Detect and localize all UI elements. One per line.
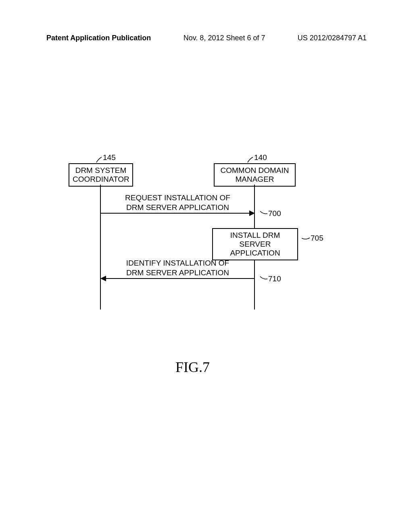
page-header: Patent Application Publication Nov. 8, 2… xyxy=(46,34,367,42)
arrow-left-icon xyxy=(100,276,106,281)
arrow-right-icon xyxy=(249,210,255,216)
message-request-installation: REQUEST INSTALLATION OF DRM SERVER APPLI… xyxy=(101,193,254,214)
reference-number-140: 140 xyxy=(254,153,267,162)
leader-curve-icon xyxy=(259,276,268,281)
message-identify-installation: IDENTIFY INSTALLATION OF DRM SERVER APPL… xyxy=(101,259,254,279)
entity-common-domain-manager: COMMON DOMAIN MANAGER xyxy=(214,163,296,187)
process-install-drm-server: INSTALL DRM SERVER APPLICATION xyxy=(212,228,298,260)
figure-label: FIG.7 xyxy=(175,359,210,376)
header-date-sheet: Nov. 8, 2012 Sheet 6 of 7 xyxy=(184,34,265,42)
entity-drm-coordinator: DRM SYSTEM COORDINATOR xyxy=(69,163,133,187)
leader-line-icon xyxy=(247,156,254,164)
leader-curve-icon xyxy=(259,210,268,216)
sequence-diagram: 145 140 DRM SYSTEM COORDINATOR COMMON DO… xyxy=(69,153,335,355)
leader-curve-icon xyxy=(301,235,311,241)
reference-number-710: 710 xyxy=(268,274,281,283)
reference-number-705: 705 xyxy=(311,234,323,243)
leader-line-icon xyxy=(96,156,103,164)
header-publication: Patent Application Publication xyxy=(46,34,151,42)
reference-number-700: 700 xyxy=(268,209,281,218)
reference-number-145: 145 xyxy=(103,153,116,162)
header-document-number: US 2012/0284797 A1 xyxy=(298,34,367,42)
